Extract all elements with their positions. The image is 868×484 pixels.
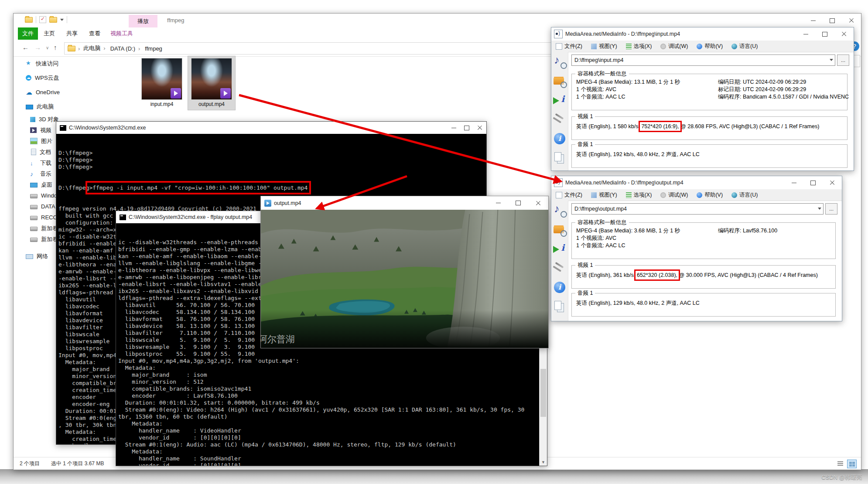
terminal-line: Input #0, mov,mp4,m4a,3gp,3g2,mj2, from … <box>118 358 540 365</box>
combo-arrow-icon[interactable] <box>830 59 833 61</box>
copy-report-icon[interactable] <box>553 151 566 164</box>
minimize-button[interactable] <box>784 176 803 189</box>
folder-open-icon[interactable] <box>553 75 566 88</box>
sidebar-item[interactable]: 快速访问 <box>14 56 123 71</box>
video-thumbnail <box>141 58 182 100</box>
breadcrumb-item[interactable]: DATA (D:) <box>109 45 144 52</box>
minimize-button[interactable] <box>488 196 508 210</box>
window-title: ffmpeg <box>167 17 185 24</box>
maximize-button[interactable] <box>803 176 823 189</box>
close-button[interactable] <box>473 122 486 134</box>
file-open-icon[interactable] <box>553 55 566 68</box>
file-item[interactable]: input.mp4 <box>138 56 185 110</box>
recent-locations-icon[interactable]: ∨ <box>46 45 49 50</box>
export-info-icon[interactable] <box>553 242 566 256</box>
settings-icon[interactable] <box>553 262 566 275</box>
menu-item[interactable]: 选项(X) <box>626 43 652 50</box>
details-view-button[interactable] <box>836 460 844 467</box>
breadcrumb-item[interactable]: 此电脑 <box>82 44 109 52</box>
audio-stream-group: 音频 1 英语 (English), 192 kb/s, 48.0 kHz, 2… <box>571 144 847 168</box>
sidebar-item[interactable]: OneDrive <box>14 85 123 99</box>
media-file-icon <box>264 200 271 207</box>
menu-item[interactable]: 帮助(V) <box>697 43 723 50</box>
tab-file[interactable]: 文件 <box>18 27 38 40</box>
maximize-button[interactable] <box>460 122 473 134</box>
tab-home[interactable]: 主页 <box>38 27 61 40</box>
properties-icon[interactable] <box>39 16 46 23</box>
tab-view[interactable]: 查看 <box>83 27 106 40</box>
sidebar-icon <box>30 227 38 231</box>
menu-item[interactable]: 视图(Y) <box>591 43 617 50</box>
terminal-line: Stream #0:1(eng): Audio: aac (LC) (mp4a … <box>118 441 540 448</box>
combo-arrow-icon[interactable] <box>818 208 821 210</box>
file-path-combo[interactable]: D:\ffmpeg\input.mp4 <box>571 55 835 66</box>
up-icon[interactable]: ↑ <box>54 44 57 51</box>
tab-play-contextual[interactable]: 播放 <box>129 15 157 27</box>
about-icon[interactable] <box>553 281 566 294</box>
tab-share[interactable]: 共享 <box>61 27 83 40</box>
menu-icon <box>556 43 562 50</box>
menu-item[interactable]: 帮助(V) <box>697 191 723 199</box>
mediainfo-output-window: MediaArea.net/MediaInfo - D:\ffmpeg\outp… <box>551 176 842 321</box>
sidebar-item-label: 文档 <box>40 148 51 156</box>
file-path-combo[interactable]: D:\ffmpeg\output.mp4 <box>571 203 824 215</box>
menu-item[interactable]: 文件(Z) <box>556 191 582 199</box>
folder-icon[interactable] <box>25 17 33 23</box>
menu-item[interactable]: 调试(W) <box>660 43 688 50</box>
back-icon[interactable]: ← <box>22 44 29 51</box>
scroll-down-icon[interactable]: ▼ <box>540 458 547 466</box>
menu-item[interactable]: 语言(U) <box>731 191 758 199</box>
menu-item[interactable]: 选项(X) <box>626 191 652 199</box>
general-info-line: 1 个视频流: AVC <box>576 235 680 242</box>
window-controls <box>784 176 842 189</box>
file-open-icon[interactable] <box>553 204 566 217</box>
scrollbar-thumb[interactable] <box>540 369 546 417</box>
menu-item[interactable]: 视图(Y) <box>591 191 617 199</box>
thumbnail-view-button[interactable] <box>847 460 857 468</box>
maximize-button[interactable] <box>508 196 528 210</box>
video-watermark: 阿尔普湖 <box>261 334 295 344</box>
minimize-button[interactable] <box>803 14 823 27</box>
about-icon[interactable] <box>553 132 566 145</box>
menu-item[interactable]: 调试(W) <box>660 191 688 199</box>
resolution-highlight-box: 752*420 (16:9), <box>641 123 679 130</box>
file-item[interactable]: output.mp4 <box>188 56 235 110</box>
menu-icon <box>660 192 666 198</box>
file-path-value: D:\ffmpeg\input.mp4 <box>574 57 623 63</box>
alpine-lake-scene: 阿尔普湖 <box>261 210 548 348</box>
close-button[interactable] <box>842 14 861 27</box>
maximize-button[interactable] <box>815 27 834 41</box>
browse-button[interactable]: ... <box>825 203 837 215</box>
sidebar-item[interactable]: WPS云盘 <box>14 71 123 85</box>
new-folder-icon[interactable] <box>49 17 57 23</box>
settings-icon[interactable] <box>553 113 566 126</box>
audio-stream-line: 英语 (English), 192 kb/s, 48.0 kHz, 2 声道, … <box>576 151 700 158</box>
maximize-button[interactable] <box>823 14 842 27</box>
menu-icon <box>626 44 632 49</box>
browse-button[interactable]: ... <box>837 55 849 66</box>
terminal-line: handler_name : VideoHandler <box>118 427 540 434</box>
minimize-button[interactable] <box>796 27 815 41</box>
video-frame[interactable]: 阿尔普湖 <box>261 210 548 348</box>
copy-report-icon[interactable] <box>553 300 566 313</box>
audio-stream-group: 音频 1 英语 (English), 129 kb/s, 48.0 kHz, 2… <box>571 293 836 317</box>
minimize-button[interactable] <box>447 122 460 134</box>
breadcrumb[interactable]: › 此电脑DATA (D:)ffmpeg <box>64 42 562 55</box>
chevron-down-icon[interactable] <box>60 19 64 21</box>
tab-video-tools[interactable]: 视频工具 <box>106 27 137 40</box>
breadcrumb-item[interactable]: ffmpeg <box>144 45 163 52</box>
video-player-window: output.mp4 <box>260 196 549 348</box>
window-controls <box>488 196 548 210</box>
sidebar-item[interactable]: 此电脑 <box>14 99 123 114</box>
export-info-icon[interactable] <box>553 94 566 107</box>
forward-icon[interactable]: → <box>34 44 41 51</box>
menu-item[interactable]: 语言(U) <box>731 43 758 50</box>
desktop: 播放 ffmpeg 文件 主页 共享 查看 视频工具 ← → ∨ ↑ › 此电脑… <box>0 0 868 484</box>
folder-open-icon[interactable] <box>553 223 566 236</box>
close-button[interactable] <box>834 27 854 41</box>
cmd-icon <box>60 125 66 131</box>
close-button[interactable] <box>528 196 548 210</box>
menu-item[interactable]: 文件(Z) <box>556 43 582 50</box>
sidebar-item-label: 音乐 <box>40 170 51 178</box>
close-button[interactable] <box>823 176 842 189</box>
